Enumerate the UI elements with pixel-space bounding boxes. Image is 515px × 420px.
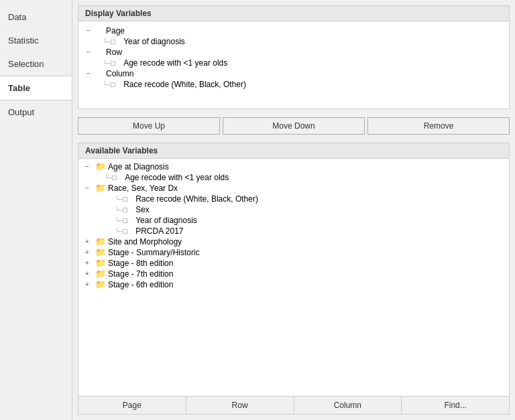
avail-tree-row-year[interactable]: └─ □ Year of diagnosis (82, 215, 505, 226)
avail-tree-row-site[interactable]: + 📁 Site and Morphology (82, 236, 505, 247)
sidebar-item-statistic[interactable]: Statistic (0, 29, 72, 52)
doc-icon-age: □ (111, 58, 121, 68)
avail-tree-row-race-recode[interactable]: └─ □ Race recode (White, Black, Other) (82, 194, 505, 204)
doc-icon-year: □ (111, 37, 121, 46)
action-buttons-row: Move Up Move Down Remove (78, 113, 510, 139)
available-vars-header: Available Variables (78, 143, 509, 159)
bottom-buttons-row: Page Row Column Find... (78, 396, 509, 414)
available-vars-scroll[interactable]: − 📁 Age at Diagnosis └─ □ Age recode wit… (78, 159, 509, 396)
sidebar: Data Statistic Selection Table Output (0, 0, 72, 420)
age-recode-label: Age recode with <1 year olds (123, 58, 227, 68)
available-vars-content: − 📁 Age at Diagnosis └─ □ Age recode wit… (78, 159, 509, 396)
avail-tree-row-sex[interactable]: └─ □ Sex (82, 204, 505, 215)
page-label: Page (106, 26, 125, 36)
display-vars-header: Display Variables (78, 6, 509, 21)
avail-tree-node-age-diagnosis: − 📁 Age at Diagnosis └─ □ Age recode wit… (82, 161, 505, 183)
folder-icon-site: 📁 (95, 237, 106, 247)
avail-tree-row-stage-7[interactable]: + 📁 Stage - 7th edition (82, 269, 505, 279)
move-down-button[interactable]: Move Down (223, 117, 365, 135)
avail-age-recode-label: Age recode with <1 year olds (125, 173, 229, 182)
move-up-button[interactable]: Move Up (78, 117, 220, 135)
collapse-column-icon: − (84, 69, 93, 78)
tree-node-column: − Column └─ □ Race recode (White, Black,… (84, 68, 504, 90)
column-button[interactable]: Column (294, 397, 402, 414)
avail-site-label: Site and Morphology (108, 237, 182, 247)
expand-stage-8-icon: + (82, 259, 92, 268)
column-label: Column (106, 69, 133, 78)
row-label: Row (106, 48, 122, 57)
display-vars-panel: Display Variables − Page └─ □ Year of di… (78, 5, 510, 109)
race-recode-label: Race recode (White, Black, Other) (123, 80, 246, 89)
folder-icon-stage-6: 📁 (95, 280, 106, 289)
doc-icon-prcda: □ (123, 226, 133, 236)
tree-node-row: − Row └─ □ Age recode with <1 year olds (84, 47, 504, 68)
sidebar-item-output[interactable]: Output (0, 100, 72, 124)
expand-age-icon: − (82, 162, 92, 171)
avail-stage-8-label: Stage - 8th edition (108, 259, 173, 268)
page-button[interactable]: Page (78, 397, 186, 414)
tree-row-year-diagnosis[interactable]: └─ □ Year of diagnosis (84, 36, 504, 47)
sidebar-item-table[interactable]: Table (0, 76, 72, 100)
available-vars-panel: Available Variables − 📁 Age at Diagnosis… (78, 143, 510, 415)
tree-row-age-recode[interactable]: └─ □ Age recode with <1 year olds (84, 58, 504, 68)
doc-icon-year2: □ (123, 216, 133, 225)
page-type-icon (94, 26, 105, 36)
display-vars-content: − Page └─ □ Year of diagnosis − Row (78, 21, 509, 109)
remove-button[interactable]: Remove (367, 117, 510, 135)
avail-tree-node-race: − 📁 Race, Sex, Year Dx └─ □ Race recode … (82, 183, 505, 236)
doc-icon-sex: □ (123, 205, 133, 214)
avail-tree-row-stage-summary[interactable]: + 📁 Stage - Summary/Historic (82, 247, 505, 258)
avail-tree-row-stage-8[interactable]: + 📁 Stage - 8th edition (82, 258, 505, 269)
folder-icon-race: 📁 (95, 184, 106, 193)
expand-stage-6-icon: + (82, 280, 92, 289)
sidebar-item-selection[interactable]: Selection (0, 52, 72, 76)
avail-stage-7-label: Stage - 7th edition (108, 269, 173, 279)
race-folder-label: Race, Sex, Year Dx (108, 184, 178, 193)
sidebar-item-data[interactable]: Data (0, 5, 72, 29)
tree-row-row[interactable]: − Row (84, 47, 504, 58)
avail-tree-row-race[interactable]: − 📁 Race, Sex, Year Dx (82, 183, 505, 194)
doc-icon-race-recode: □ (123, 194, 133, 204)
avail-stage-6-label: Stage - 6th edition (108, 280, 173, 289)
expand-stage-summary-icon: + (82, 248, 92, 257)
expand-stage-7-icon: + (82, 269, 92, 279)
avail-stage-summary-label: Stage - Summary/Historic (108, 248, 200, 257)
avail-tree-row-stage-6[interactable]: + 📁 Stage - 6th edition (82, 279, 505, 290)
collapse-page-icon: − (84, 26, 93, 36)
column-type-icon (94, 69, 105, 78)
folder-icon-stage-7: 📁 (95, 269, 106, 279)
avail-year-label: Year of diagnosis (135, 216, 197, 225)
row-type-icon (94, 48, 105, 57)
main-content: Display Variables − Page └─ □ Year of di… (72, 0, 515, 420)
doc-icon-race: □ (111, 80, 121, 89)
avail-tree-row-prcda[interactable]: └─ □ PRCDA 2017 (82, 226, 505, 236)
collapse-row-icon: − (84, 48, 93, 57)
tree-row-page[interactable]: − Page (84, 25, 504, 36)
age-diagnosis-folder-label: Age at Diagnosis (108, 162, 169, 171)
expand-race-icon: − (82, 184, 92, 193)
tree-row-race-recode[interactable]: └─ □ Race recode (White, Black, Other) (84, 79, 504, 90)
avail-sex-label: Sex (135, 205, 150, 214)
folder-icon-age: 📁 (95, 162, 106, 171)
find-button[interactable]: Find... (402, 397, 509, 414)
avail-tree-row-age-recode[interactable]: └─ □ Age recode with <1 year olds (82, 172, 505, 183)
expand-site-icon: + (82, 237, 92, 247)
avail-tree-row-age-diagnosis[interactable]: − 📁 Age at Diagnosis (82, 161, 505, 172)
row-button[interactable]: Row (186, 397, 294, 414)
tree-row-column[interactable]: − Column (84, 68, 504, 79)
folder-icon-stage-summary: 📁 (95, 248, 106, 257)
year-diagnosis-label: Year of diagnosis (123, 37, 185, 46)
avail-race-recode-label: Race recode (White, Black, Other) (135, 194, 258, 204)
avail-prcda-label: PRCDA 2017 (135, 226, 183, 236)
doc-icon-avail-age: □ (112, 173, 123, 182)
folder-icon-stage-8: 📁 (95, 259, 106, 268)
tree-node-page: − Page └─ □ Year of diagnosis (84, 25, 504, 47)
